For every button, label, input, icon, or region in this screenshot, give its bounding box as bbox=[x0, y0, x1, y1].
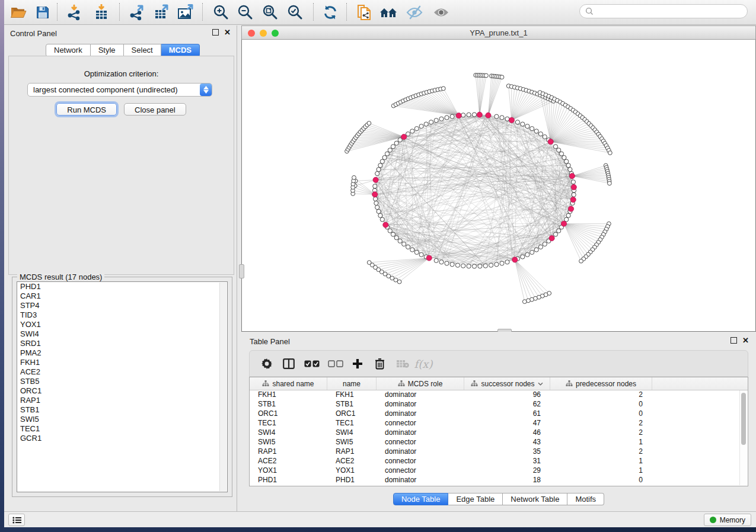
close-panel-button[interactable]: Close panel bbox=[124, 103, 186, 116]
mcds-result-item[interactable]: STP4 bbox=[17, 301, 227, 310]
show-panels-menu-button[interactable] bbox=[8, 514, 25, 526]
search-field[interactable] bbox=[579, 4, 748, 18]
tab-motifs[interactable]: Motifs bbox=[567, 493, 604, 505]
mcds-result-item[interactable]: SWI4 bbox=[17, 329, 227, 339]
mcds-result-item[interactable]: SRD1 bbox=[17, 339, 227, 348]
float-panel-icon[interactable] bbox=[212, 29, 219, 36]
table-row[interactable]: YOX1YOX1connector291 bbox=[250, 466, 748, 476]
save-session-icon[interactable] bbox=[32, 2, 53, 22]
cell-predecessor-nodes: 2 bbox=[550, 447, 652, 457]
column-header-shared-name[interactable]: shared name bbox=[250, 377, 327, 390]
mcds-result-item[interactable]: RAP1 bbox=[17, 396, 227, 405]
float-table-panel-icon[interactable] bbox=[731, 337, 737, 344]
network-canvas[interactable] bbox=[241, 40, 756, 332]
mcds-result-item[interactable]: ORC1 bbox=[17, 386, 227, 396]
main-toolbar bbox=[4, 0, 756, 25]
export-table-icon[interactable] bbox=[151, 2, 172, 22]
table-row[interactable]: STB1STB1dominator620 bbox=[250, 400, 748, 409]
show-columns-icon[interactable] bbox=[280, 355, 298, 372]
cell-predecessor-nodes: 1 bbox=[550, 457, 652, 466]
tab-network[interactable]: Network bbox=[46, 44, 91, 57]
cell-name: SWI5 bbox=[327, 438, 377, 447]
settings-icon[interactable] bbox=[258, 355, 276, 372]
close-panel-icon[interactable]: ✕ bbox=[224, 30, 231, 35]
node-table[interactable]: shared namenameMCDS rolesuccessor nodesp… bbox=[249, 377, 748, 486]
mcds-result-item[interactable]: SWI5 bbox=[17, 415, 227, 424]
memory-button[interactable]: Memory bbox=[704, 514, 751, 526]
scrollbar-thumb[interactable] bbox=[741, 393, 746, 445]
column-header-mcds-role[interactable]: MCDS role bbox=[377, 377, 464, 390]
tab-select[interactable]: Select bbox=[124, 44, 161, 57]
mcds-result-item[interactable]: TEC1 bbox=[17, 424, 227, 434]
memory-status-icon bbox=[710, 517, 716, 523]
export-network-icon[interactable] bbox=[126, 2, 148, 22]
hide-selected-icon[interactable] bbox=[404, 2, 425, 22]
add-column-icon[interactable] bbox=[349, 355, 366, 372]
table-scrollbar[interactable] bbox=[739, 390, 747, 485]
open-file-icon[interactable] bbox=[8, 2, 29, 22]
tab-network-table[interactable]: Network Table bbox=[503, 493, 567, 505]
tab-node-table[interactable]: Node Table bbox=[393, 493, 449, 505]
mcds-result-item[interactable]: PMA2 bbox=[17, 348, 227, 358]
run-mcds-button[interactable]: Run MCDS bbox=[56, 103, 117, 116]
column-header-predecessor-nodes[interactable]: predecessor nodes bbox=[550, 377, 652, 390]
table-row[interactable]: RAP1RAP1dominator352 bbox=[250, 447, 748, 457]
import-table-icon[interactable] bbox=[91, 2, 112, 22]
mcds-result-list[interactable]: PHD1CAR1STP4TID3YOX1SWI4SRD1PMA2FKH1ACE2… bbox=[17, 281, 228, 492]
table-row[interactable]: TEC1TEC1connector472 bbox=[250, 419, 748, 428]
mcds-result-item[interactable]: CAR1 bbox=[17, 291, 227, 301]
show-all-icon[interactable] bbox=[430, 2, 452, 22]
table-row[interactable]: PHD1PHD1dominator180 bbox=[250, 476, 748, 485]
table-row[interactable]: ORC1ORC1dominator610 bbox=[250, 409, 748, 419]
cell-mcds-role: dominator bbox=[377, 400, 464, 409]
column-header-name[interactable]: name bbox=[327, 377, 377, 390]
optimization-criterion-label: Optimization criterion: bbox=[9, 69, 234, 78]
optimization-criterion-select[interactable]: largest connected component (undirected) bbox=[27, 83, 212, 97]
cell-predecessor-nodes: 1 bbox=[550, 438, 652, 447]
table-row[interactable]: SWI4SWI4dominator462 bbox=[250, 428, 748, 438]
table-row[interactable]: FKH1FKH1dominator962 bbox=[250, 390, 748, 400]
table-toolbar: f(x) bbox=[249, 350, 748, 377]
zoom-fit-icon[interactable] bbox=[259, 2, 280, 22]
search-icon bbox=[585, 7, 594, 15]
clone-network-icon[interactable] bbox=[353, 2, 375, 22]
first-neighbors-icon[interactable] bbox=[378, 2, 400, 22]
cell-successor-nodes: 18 bbox=[464, 476, 550, 485]
memory-label: Memory bbox=[720, 516, 745, 524]
function-builder-icon[interactable]: f(x) bbox=[414, 355, 432, 372]
tab-mcds[interactable]: MCDS bbox=[161, 44, 200, 57]
column-header-successor-nodes[interactable]: successor nodes bbox=[464, 377, 550, 390]
unselect-all-columns-icon[interactable] bbox=[327, 355, 344, 372]
tab-edge-table[interactable]: Edge Table bbox=[448, 493, 503, 505]
select-all-columns-icon[interactable] bbox=[303, 355, 321, 372]
toolbar-separator bbox=[57, 3, 58, 21]
mcds-result-item[interactable]: STB5 bbox=[17, 377, 227, 386]
cell-successor-nodes: 96 bbox=[464, 390, 550, 400]
mcds-result-item[interactable]: FKH1 bbox=[17, 358, 227, 367]
zoom-in-icon[interactable] bbox=[210, 2, 231, 22]
zoom-out-icon[interactable] bbox=[234, 2, 256, 22]
control-panel-title: Control Panel bbox=[10, 29, 57, 38]
refresh-view-icon[interactable] bbox=[320, 2, 341, 22]
mcds-result-item[interactable]: GCR1 bbox=[17, 434, 227, 443]
network-graph[interactable] bbox=[242, 40, 755, 331]
export-image-icon[interactable] bbox=[175, 2, 196, 22]
list-scrollbar[interactable] bbox=[219, 283, 227, 491]
vertical-splitter-handle[interactable] bbox=[239, 264, 244, 278]
table-header-row: shared namenameMCDS rolesuccessor nodesp… bbox=[250, 377, 748, 390]
table-row[interactable]: SWI5SWI5connector431 bbox=[250, 438, 748, 447]
table-row[interactable]: ACE2ACE2connector311 bbox=[250, 457, 748, 466]
mcds-result-item[interactable]: YOX1 bbox=[17, 320, 227, 329]
network-window-titlebar[interactable]: YPA_prune.txt_1 bbox=[241, 25, 756, 40]
mcds-result-item[interactable]: TID3 bbox=[17, 310, 227, 320]
delete-column-icon[interactable] bbox=[371, 355, 388, 372]
mcds-result-item[interactable]: PHD1 bbox=[17, 282, 227, 291]
mcds-result-item[interactable]: ACE2 bbox=[17, 367, 227, 377]
delete-table-icon[interactable] bbox=[394, 355, 412, 372]
zoom-selected-icon[interactable] bbox=[284, 2, 305, 22]
search-input[interactable] bbox=[596, 7, 747, 16]
import-network-icon[interactable] bbox=[64, 2, 85, 22]
close-table-panel-icon[interactable]: ✕ bbox=[742, 338, 749, 343]
tab-style[interactable]: Style bbox=[91, 44, 124, 57]
mcds-result-item[interactable]: STB1 bbox=[17, 405, 227, 415]
